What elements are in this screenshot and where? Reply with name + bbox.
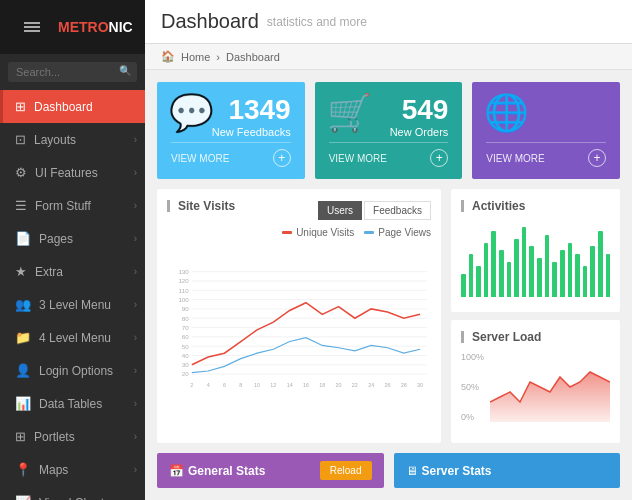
- server-load-y-labels: 100% 50% 0%: [461, 352, 484, 422]
- sidebar: METRONIC ⊞ Dashboard ⊡ Layouts ›⚙ UI Fea…: [0, 0, 145, 500]
- server-load-chart: Server Load 100% 50% 0%: [451, 320, 620, 443]
- 3level-label: 3 Level Menu: [39, 298, 111, 312]
- activity-bar: [484, 243, 489, 297]
- search-input[interactable]: [8, 62, 137, 82]
- hamburger-menu[interactable]: [12, 10, 52, 44]
- nav-arrow: ›: [134, 464, 137, 475]
- feedbacks-view-more[interactable]: VIEW MORE: [171, 153, 229, 164]
- activity-bar: [552, 262, 557, 297]
- activity-bar: [537, 258, 542, 297]
- svg-text:60: 60: [182, 333, 189, 340]
- orders-view-more[interactable]: VIEW MORE: [329, 153, 387, 164]
- svg-text:18: 18: [319, 382, 325, 388]
- stats-footer-row: 📅 General Stats Reload 🖥 Server Stats: [157, 453, 620, 488]
- charts-row: Site Visits Users Feedbacks Unique Visit…: [157, 189, 620, 443]
- chart-legend: Unique Visits Page Views: [282, 227, 431, 238]
- tab-feedbacks[interactable]: Feedbacks: [364, 201, 431, 220]
- breadcrumb-sep: ›: [216, 51, 220, 63]
- datatables-label: Data Tables: [39, 397, 102, 411]
- pages-label: Pages: [39, 232, 73, 246]
- svg-text:28: 28: [401, 382, 407, 388]
- charts-label: Visual Charts: [39, 496, 110, 501]
- nav-arrow: ›: [134, 431, 137, 442]
- activity-bar: [545, 235, 550, 297]
- activity-bar: [606, 254, 611, 297]
- server-icon: 🖥: [406, 464, 418, 478]
- content-area: 💬 1349 New Feedbacks VIEW MORE + 🛒 549 N…: [145, 70, 632, 500]
- 4level-label: 4 Level Menu: [39, 331, 111, 345]
- site-visits-title: Site Visits: [167, 199, 235, 213]
- activity-bar: [469, 254, 474, 297]
- tab-users[interactable]: Users: [318, 201, 362, 220]
- activity-bar: [491, 231, 496, 297]
- globe-icon: 🌐: [484, 92, 529, 134]
- server-stats-box: 🖥 Server Stats: [394, 453, 621, 488]
- breadcrumb-home: Home: [181, 51, 210, 63]
- activities-chart: Activities: [451, 189, 620, 312]
- sidebar-item-dashboard[interactable]: ⊞ Dashboard: [0, 90, 145, 123]
- site-visits-header: Site Visits Users Feedbacks: [167, 199, 431, 221]
- svg-text:14: 14: [287, 382, 293, 388]
- sidebar-item-maps[interactable]: 📍 Maps ›: [0, 453, 145, 486]
- svg-text:22: 22: [352, 382, 358, 388]
- svg-text:24: 24: [368, 382, 374, 388]
- svg-text:120: 120: [178, 277, 189, 284]
- activity-bar: [529, 246, 534, 297]
- sidebar-item-extra[interactable]: ★ Extra ›: [0, 255, 145, 288]
- page-title: Dashboard: [161, 10, 259, 33]
- sidebar-item-portlets[interactable]: ⊞ Portlets ›: [0, 420, 145, 453]
- third-view-more[interactable]: VIEW MORE: [486, 153, 544, 164]
- orders-card: 🛒 549 New Orders VIEW MORE +: [315, 82, 463, 179]
- feedbacks-more-btn[interactable]: +: [273, 149, 291, 167]
- datatables-icon: 📊: [15, 396, 31, 411]
- third-more-btn[interactable]: +: [588, 149, 606, 167]
- nav-arrow: ›: [134, 134, 137, 145]
- svg-text:6: 6: [223, 382, 226, 388]
- feedback-icon: 💬: [169, 92, 214, 134]
- nav-arrow: ›: [134, 398, 137, 409]
- sidebar-item-datatables[interactable]: 📊 Data Tables ›: [0, 387, 145, 420]
- activity-bar: [476, 266, 481, 297]
- svg-text:12: 12: [270, 382, 276, 388]
- reload-button[interactable]: Reload: [320, 461, 372, 480]
- ui-features-icon: ⚙: [15, 165, 27, 180]
- logo: METRONIC: [0, 0, 145, 54]
- extra-label: Extra: [35, 265, 63, 279]
- activities-title: Activities: [461, 199, 610, 213]
- activity-bar: [590, 246, 595, 297]
- orders-more-btn[interactable]: +: [430, 149, 448, 167]
- server-load-content: 100% 50% 0%: [461, 352, 610, 422]
- sidebar-item-layouts[interactable]: ⊡ Layouts ›: [0, 123, 145, 156]
- svg-text:70: 70: [182, 324, 189, 331]
- svg-text:20: 20: [336, 382, 342, 388]
- general-stats-title: General Stats: [188, 464, 265, 478]
- nav-arrow: ›: [134, 365, 137, 376]
- svg-text:30: 30: [417, 382, 423, 388]
- sidebar-item-4level[interactable]: 📁 4 Level Menu ›: [0, 321, 145, 354]
- extra-icon: ★: [15, 264, 27, 279]
- activities-bars: [461, 221, 610, 301]
- portlets-label: Portlets: [34, 430, 75, 444]
- sidebar-item-3level[interactable]: 👥 3 Level Menu ›: [0, 288, 145, 321]
- svg-text:8: 8: [239, 382, 242, 388]
- svg-text:30: 30: [182, 361, 189, 368]
- feedbacks-footer: VIEW MORE +: [171, 142, 291, 167]
- maps-icon: 📍: [15, 462, 31, 477]
- dashboard-icon: ⊞: [15, 99, 26, 114]
- nav-arrow: ›: [134, 266, 137, 277]
- sidebar-item-login[interactable]: 👤 Login Options ›: [0, 354, 145, 387]
- calendar-icon: 📅: [169, 464, 184, 478]
- nav-arrow: ›: [134, 332, 137, 343]
- sidebar-item-charts[interactable]: 📈 Visual Charts ›: [0, 486, 145, 500]
- maps-label: Maps: [39, 463, 68, 477]
- sidebar-item-ui-features[interactable]: ⚙ UI Features ›: [0, 156, 145, 189]
- activity-bar: [598, 231, 603, 297]
- sidebar-item-pages[interactable]: 📄 Pages ›: [0, 222, 145, 255]
- nav-arrow: ›: [134, 233, 137, 244]
- sidebar-item-form-stuff[interactable]: ☰ Form Stuff ›: [0, 189, 145, 222]
- form-stuff-icon: ☰: [15, 198, 27, 213]
- svg-text:10: 10: [254, 382, 260, 388]
- activity-bar: [568, 243, 573, 297]
- activity-bar: [575, 254, 580, 297]
- svg-text:80: 80: [182, 315, 189, 322]
